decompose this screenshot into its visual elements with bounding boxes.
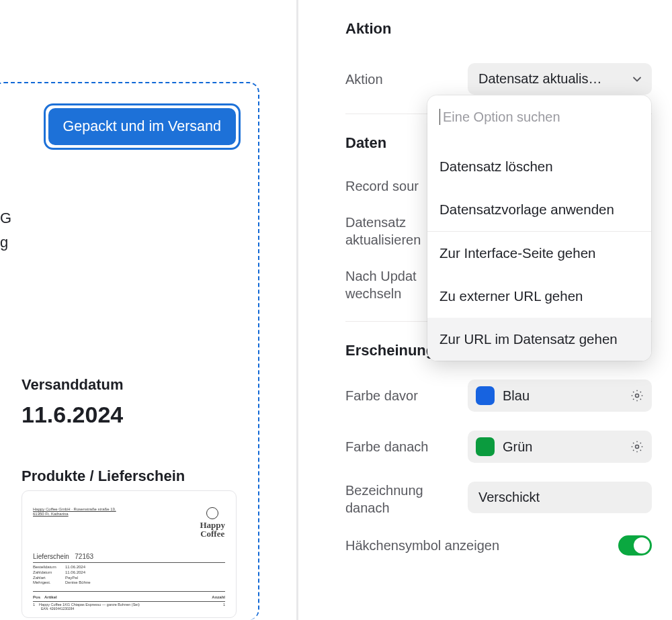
doc-ean: EAN: 4260441230284: [33, 607, 225, 611]
farbe-davor-label: Farbe davor: [345, 387, 460, 404]
delivery-note-thumbnail[interactable]: Happy Coffee GmbH · Rosenstraße straße 1…: [22, 490, 237, 618]
haken-label: Häkchensymbol anzeigen: [345, 537, 618, 554]
aktion-dropdown: Eine Option suchen Datensatz löschen Dat…: [427, 95, 651, 361]
svg-point-0: [636, 394, 639, 398]
aktion-section-title: Aktion: [345, 20, 652, 38]
farbe-danach-label: Farbe danach: [345, 438, 460, 455]
dropdown-item-goto-record-url[interactable]: Zur URL im Datensatz gehen: [427, 318, 651, 361]
cropped-text: G: [0, 210, 11, 227]
dropdown-item-goto-interface[interactable]: Zur Interface-Seite gehen: [427, 232, 651, 275]
dropdown-item-delete-record[interactable]: Datensatz löschen: [427, 145, 651, 188]
chevron-down-icon: [632, 74, 642, 85]
doc-sender-address: Happy Coffee GmbH · Rosenstraße straße 1…: [33, 507, 127, 517]
farbe-davor-select[interactable]: Blau: [468, 380, 652, 412]
text-cursor: [439, 109, 440, 125]
color-swatch-blue: [476, 386, 495, 405]
button-focus-ring: Gepackt und im Versand: [44, 103, 241, 150]
packed-shipping-button[interactable]: Gepackt und im Versand: [48, 108, 236, 145]
bezeichnung-danach-input[interactable]: Verschickt: [468, 482, 652, 513]
doc-title: Lieferschein 72163: [33, 553, 225, 560]
gear-icon[interactable]: [630, 440, 644, 453]
aktion-select[interactable]: Datensatz aktualis…: [468, 63, 652, 95]
farbe-danach-select[interactable]: Grün: [468, 431, 652, 463]
bezeichnung-danach-label: Bezeichnung danach: [345, 482, 460, 517]
dropdown-search-input[interactable]: Eine Option suchen: [427, 99, 651, 134]
color-swatch-green: [476, 437, 495, 456]
dropdown-item-apply-template[interactable]: Datensatzvorlage anwenden: [427, 188, 651, 231]
gear-icon[interactable]: [630, 389, 644, 402]
doc-table-header: Pos Artikel Anzahl: [33, 594, 225, 601]
doc-meta: Bestelldatum11.06.2024 Zahldatum11.06.20…: [33, 565, 225, 586]
shipping-date-value: 11.6.2024: [22, 402, 123, 428]
cropped-text: g: [0, 234, 8, 251]
shipping-date-label: Versanddatum: [22, 376, 124, 394]
products-label: Produkte / Lieferschein: [22, 468, 185, 485]
svg-point-1: [636, 445, 639, 449]
dropdown-item-goto-external-url[interactable]: Zu externer URL gehen: [427, 275, 651, 318]
doc-logo: Happy Coffee: [200, 507, 225, 538]
aktion-field-label: Aktion: [345, 71, 460, 88]
haken-toggle[interactable]: [618, 535, 652, 556]
